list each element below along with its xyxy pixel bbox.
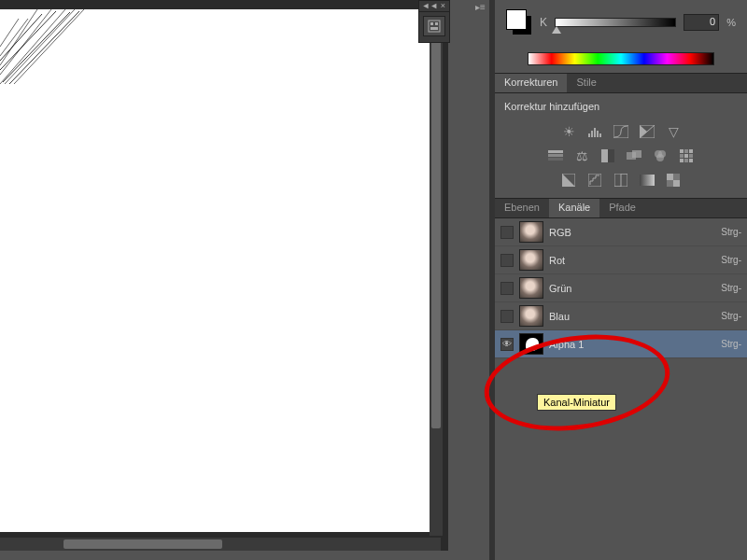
photo-filter-icon[interactable] [625, 147, 643, 164]
curves-icon[interactable] [612, 123, 630, 140]
scrollbar-thumb[interactable] [431, 41, 441, 428]
channel-name: Grün [549, 283, 715, 294]
svg-rect-37 [667, 180, 673, 187]
channel-thumbnail[interactable] [519, 333, 543, 355]
svg-rect-35 [667, 174, 673, 180]
panel-dock-strip: ◄◄ × [418, 0, 450, 43]
hue-saturation-icon[interactable] [546, 147, 565, 164]
svg-rect-24 [680, 154, 684, 158]
color-spectrum-picker[interactable] [528, 52, 714, 65]
svg-rect-13 [548, 158, 563, 161]
svg-rect-7 [597, 131, 599, 137]
k-slider[interactable] [555, 18, 676, 27]
brightness-contrast-icon[interactable]: ☀ [559, 123, 578, 140]
tooltip-kanal-miniatur: Kanal-Miniatur [537, 394, 616, 411]
svg-rect-28 [684, 159, 688, 162]
levels-icon[interactable] [585, 123, 604, 140]
svg-point-20 [656, 154, 664, 161]
gradient-map-icon[interactable] [638, 172, 656, 189]
tab-kanale[interactable]: Kanäle [549, 199, 599, 217]
channels-panel: Ebenen Kanäle Pfade RGB Strg- Rot Strg- … [495, 198, 747, 358]
adjustment-icons-row-1: ☀ ▽ [495, 119, 747, 144]
channel-name: Blau [549, 311, 715, 322]
channel-row-alpha1[interactable]: 👁 Alpha 1 Strg- [495, 330, 747, 358]
eye-icon: 👁 [502, 339, 512, 349]
visibility-toggle[interactable] [500, 254, 514, 267]
channel-name: Rot [549, 255, 715, 266]
svg-rect-21 [680, 149, 684, 153]
visibility-toggle[interactable] [500, 310, 514, 323]
channel-shortcut: Strg- [721, 255, 741, 265]
svg-rect-4 [588, 133, 590, 137]
visibility-toggle[interactable] [500, 226, 514, 239]
black-white-icon[interactable] [599, 147, 617, 164]
channel-shortcut: Strg- [721, 311, 741, 321]
svg-rect-23 [689, 149, 693, 153]
vibrance-icon[interactable]: ▽ [664, 123, 683, 140]
channel-thumbnail[interactable] [519, 277, 543, 299]
svg-rect-14 [601, 149, 608, 162]
posterize-icon[interactable] [585, 172, 604, 189]
percent-label: % [726, 17, 736, 28]
channel-thumbnail[interactable] [519, 221, 543, 243]
svg-rect-2 [435, 22, 438, 25]
k-value-input[interactable]: 0 [684, 14, 719, 31]
channel-row-rgb[interactable]: RGB Strg- [495, 218, 747, 246]
selective-color-icon[interactable] [664, 172, 683, 189]
svg-rect-12 [548, 154, 563, 157]
svg-rect-38 [673, 180, 680, 187]
svg-rect-25 [684, 154, 688, 158]
svg-rect-1 [430, 22, 433, 25]
foreground-color-swatch[interactable] [506, 9, 527, 30]
channel-row-rot[interactable]: Rot Strg- [495, 246, 747, 274]
svg-rect-15 [608, 149, 614, 162]
panel-menu-icon[interactable]: ▸≡ [475, 2, 486, 12]
visibility-toggle[interactable] [500, 282, 514, 295]
k-channel-label: K [540, 16, 547, 29]
document-canvas[interactable] [0, 9, 439, 532]
svg-rect-6 [594, 128, 596, 137]
adjustments-tab-row: Korrekturen Stile [495, 73, 747, 93]
color-balance-icon[interactable]: ⚖ [572, 147, 591, 164]
canvas-scrollbar-vertical[interactable] [430, 41, 443, 536]
svg-rect-27 [680, 159, 684, 162]
svg-rect-11 [548, 150, 563, 153]
channel-thumbnail[interactable] [519, 305, 543, 327]
channel-shortcut: Strg- [721, 227, 741, 237]
add-adjustment-label: Korrektur hinzufügen [495, 93, 747, 119]
svg-rect-3 [430, 27, 438, 30]
panel-shortcut-button[interactable] [423, 16, 445, 36]
channel-thumbnail[interactable] [519, 249, 543, 271]
svg-rect-22 [684, 149, 688, 153]
scrollbar-thumb[interactable] [63, 539, 222, 549]
panel-collapse-icon[interactable]: ◄◄ × [419, 1, 449, 12]
channel-name: Alpha 1 [549, 339, 715, 350]
svg-rect-36 [673, 174, 680, 180]
layers-channels-tab-row: Ebenen Kanäle Pfade [495, 198, 747, 218]
channel-mixer-icon[interactable] [651, 147, 669, 164]
brush-stroke-artwork [0, 9, 112, 84]
tab-pfade[interactable]: Pfade [599, 199, 645, 217]
exposure-icon[interactable] [638, 123, 656, 140]
canvas-scrollbar-horizontal[interactable] [0, 538, 441, 551]
channel-row-blau[interactable]: Blau Strg- [495, 302, 747, 330]
canvas-viewport [0, 0, 448, 551]
tab-stile[interactable]: Stile [567, 74, 605, 92]
channel-row-gruen[interactable]: Grün Strg- [495, 274, 747, 302]
svg-rect-0 [429, 21, 440, 32]
color-panel: K 0 % [495, 0, 747, 45]
color-spectrum-row [495, 45, 747, 73]
foreground-background-swatch[interactable] [506, 9, 532, 35]
tab-korrekturen[interactable]: Korrekturen [495, 74, 567, 92]
svg-rect-8 [599, 133, 601, 137]
svg-rect-26 [689, 154, 693, 158]
invert-icon[interactable] [559, 172, 578, 189]
tab-ebenen[interactable]: Ebenen [495, 199, 549, 217]
threshold-icon[interactable] [612, 172, 630, 189]
adjustment-icons-row-3 [495, 168, 747, 192]
slider-handle-icon[interactable] [552, 26, 561, 34]
channel-shortcut: Strg- [721, 339, 741, 349]
color-lookup-icon[interactable] [677, 147, 696, 164]
svg-rect-34 [640, 175, 655, 186]
visibility-toggle[interactable]: 👁 [500, 338, 514, 351]
